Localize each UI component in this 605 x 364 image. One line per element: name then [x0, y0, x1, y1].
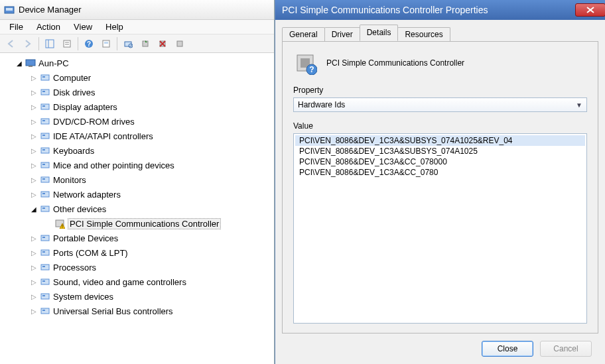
expander-icon[interactable]: ▷: [29, 146, 38, 155]
tree-node[interactable]: ▷Display adapters: [3, 99, 274, 114]
expander-icon[interactable]: ▷: [29, 306, 38, 316]
unknown-device-icon: !: [54, 218, 65, 229]
device-tree[interactable]: ◢ Aun-PC ▷Computer▷Disk drives▷Display a…: [0, 53, 274, 364]
device-chip-icon: ?: [293, 51, 317, 75]
tree-node[interactable]: ▷Sound, video and game controllers: [3, 274, 274, 289]
tree-node[interactable]: ▷System devices: [3, 289, 274, 304]
forward-button[interactable]: [20, 36, 36, 52]
close-button[interactable]: Close: [482, 341, 533, 357]
expander-icon[interactable]: ▷: [29, 117, 38, 126]
cancel-button[interactable]: Cancel: [540, 341, 592, 357]
tree-node[interactable]: ▷Network adapters: [3, 187, 274, 202]
tree-node-label: System devices: [53, 292, 113, 302]
tree-node[interactable]: ◢Other devices: [3, 202, 274, 216]
tree-root[interactable]: ◢ Aun-PC: [3, 56, 274, 70]
tree-node-label: Ports (COM & LPT): [53, 248, 128, 258]
expander-icon[interactable]: ◢: [29, 204, 38, 213]
expander-icon[interactable]: ▷: [29, 277, 38, 286]
disable-button[interactable]: [172, 36, 188, 52]
device-manager-titlebar: Device Manager: [0, 0, 274, 20]
processor-icon: [40, 262, 50, 273]
device-name: PCI Simple Communications Controller: [326, 58, 464, 68]
svg-rect-4: [64, 40, 70, 47]
svg-rect-1: [6, 8, 13, 11]
expander-icon[interactable]: ▷: [29, 88, 38, 97]
expander-icon[interactable]: ▷: [29, 160, 38, 170]
tab-strip: General Driver Details Resources: [282, 25, 598, 41]
value-listbox[interactable]: PCI\VEN_8086&DEV_1C3A&SUBSYS_074A1025&RE…: [293, 133, 587, 324]
device-header: ? PCI Simple Communications Controller: [293, 51, 587, 75]
properties-dialog: PCI Simple Communications Controller Pro…: [275, 0, 605, 364]
expander-icon[interactable]: ▷: [29, 131, 38, 141]
expander-icon[interactable]: ▷: [29, 175, 38, 184]
tree-node[interactable]: ▷DVD/CD-ROM drives: [3, 114, 274, 129]
expander-icon[interactable]: ◢: [15, 58, 24, 68]
svg-rect-17: [177, 41, 182, 46]
scan-button[interactable]: [120, 36, 136, 52]
tree-node-label: Keyboards: [53, 146, 94, 156]
tree-node[interactable]: ▷Processors: [3, 260, 274, 274]
expander-icon[interactable]: ▷: [29, 248, 38, 257]
help-button[interactable]: ?: [81, 36, 97, 52]
uninstall-button[interactable]: [155, 36, 170, 52]
tree-node[interactable]: ▷Ports (COM & LPT): [3, 245, 274, 260]
svg-rect-31: [42, 149, 45, 151]
tree-node[interactable]: ▷IDE ATA/ATAPI controllers: [3, 129, 274, 143]
system-device-icon: [40, 291, 50, 302]
tree-node-label: Other devices: [53, 204, 106, 214]
action-button[interactable]: [98, 36, 114, 52]
expander-icon[interactable]: ▷: [29, 102, 38, 111]
tree-node-label: Mice and other pointing devices: [53, 160, 174, 170]
portable-device-icon: [40, 233, 50, 243]
svg-rect-29: [42, 135, 45, 136]
tree-root-label: Aun-PC: [38, 58, 69, 68]
tree-node[interactable]: ▷Disk drives: [3, 85, 274, 99]
expander-placeholder: [44, 219, 53, 228]
svg-rect-50: [42, 280, 45, 282]
computer-root-icon: [25, 58, 36, 68]
tree-node[interactable]: ▷Mice and other pointing devices: [3, 158, 274, 172]
svg-rect-23: [42, 91, 45, 92]
device-manager-window: Device Manager File Action View Help ?: [0, 0, 275, 364]
expander-icon[interactable]: ▷: [29, 73, 38, 82]
svg-rect-25: [42, 105, 45, 107]
close-icon[interactable]: [575, 3, 605, 17]
display-adapter-icon: [40, 101, 50, 112]
details-tab-page: ? PCI Simple Communications Controller P…: [282, 41, 598, 334]
menu-view[interactable]: View: [67, 21, 99, 33]
tab-general[interactable]: General: [282, 27, 325, 42]
device-manager-title: Device Manager: [19, 5, 82, 15]
expander-icon[interactable]: ▷: [29, 233, 38, 243]
value-row[interactable]: PCI\VEN_8086&DEV_1C3A&SUBSYS_074A1025: [295, 146, 585, 156]
value-row[interactable]: PCI\VEN_8086&DEV_1C3A&CC_078000: [295, 156, 585, 167]
show-hide-tree-button[interactable]: [42, 36, 58, 52]
update-driver-button[interactable]: [137, 36, 153, 52]
tree-node[interactable]: ▷Computer: [3, 70, 274, 85]
expander-icon[interactable]: ▷: [29, 292, 38, 301]
back-button[interactable]: [3, 36, 19, 52]
expander-icon[interactable]: ▷: [29, 263, 38, 272]
tab-driver[interactable]: Driver: [324, 27, 360, 42]
tree-node[interactable]: ▷Keyboards: [3, 143, 274, 158]
menu-help[interactable]: Help: [99, 21, 130, 33]
monitor-icon: [40, 174, 50, 185]
menu-action[interactable]: Action: [30, 21, 67, 33]
tree-node[interactable]: ▷Portable Devices: [3, 231, 274, 245]
tab-details[interactable]: Details: [360, 25, 399, 41]
properties-button[interactable]: [59, 36, 75, 52]
svg-rect-33: [42, 164, 45, 165]
property-dropdown[interactable]: Hardware Ids ▼: [293, 97, 587, 112]
property-label: Property: [293, 86, 587, 95]
value-row[interactable]: PCI\VEN_8086&DEV_1C3A&CC_0780: [295, 167, 585, 178]
expander-icon[interactable]: ▷: [29, 190, 38, 199]
value-label: Value: [293, 121, 587, 131]
svg-rect-10: [104, 42, 108, 44]
toolbar-separator: [38, 37, 39, 50]
tree-node-label: Display adapters: [53, 102, 117, 112]
tree-node[interactable]: ▷Universal Serial Bus controllers: [3, 304, 274, 318]
tab-resources[interactable]: Resources: [397, 27, 450, 42]
tree-leaf[interactable]: !PCI Simple Communications Controller: [3, 216, 274, 231]
value-row[interactable]: PCI\VEN_8086&DEV_1C3A&SUBSYS_074A1025&RE…: [295, 135, 585, 146]
tree-node[interactable]: ▷Monitors: [3, 172, 274, 187]
menu-file[interactable]: File: [3, 21, 30, 33]
